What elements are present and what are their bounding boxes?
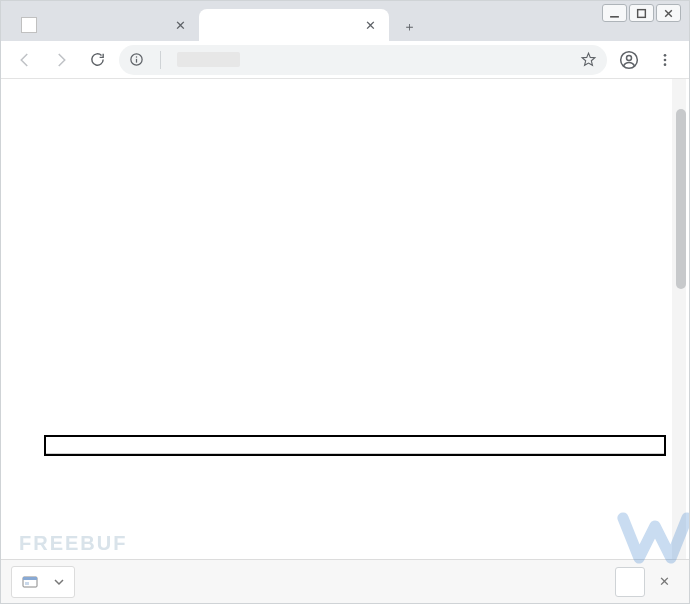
svg-point-6 xyxy=(664,54,667,57)
tab-close-button[interactable]: ✕ xyxy=(363,18,377,32)
svg-rect-10 xyxy=(23,577,37,580)
page-viewport xyxy=(2,79,688,559)
favicon-blank-icon xyxy=(21,17,37,33)
info-icon xyxy=(129,52,144,67)
scrollbar-thumb[interactable] xyxy=(676,109,686,289)
profile-button[interactable] xyxy=(615,46,643,74)
freebuf-watermark: FREEBUF xyxy=(19,532,127,555)
download-item[interactable] xyxy=(11,566,75,598)
separator xyxy=(160,51,161,69)
svg-point-7 xyxy=(664,58,667,61)
address-bar[interactable]: x xyxy=(119,45,607,75)
svg-rect-0 xyxy=(638,9,646,17)
malwarebytes-logo-icon xyxy=(615,494,690,577)
menu-button[interactable] xyxy=(651,46,679,74)
url-host-masked: x xyxy=(177,52,240,67)
exe-file-icon xyxy=(22,574,38,590)
svg-point-8 xyxy=(664,63,667,66)
tab-close-button[interactable]: ✕ xyxy=(173,18,187,32)
tab-error[interactable]: ✕ xyxy=(9,9,199,41)
svg-rect-11 xyxy=(25,582,29,585)
svg-point-2 xyxy=(136,56,138,58)
close-window-button[interactable] xyxy=(656,4,681,22)
chevron-down-icon xyxy=(54,577,64,587)
star-icon[interactable] xyxy=(580,51,597,68)
new-tab-button[interactable]: ＋ xyxy=(395,13,423,41)
minimize-button[interactable] xyxy=(602,4,627,22)
network-table xyxy=(44,435,666,456)
svg-point-5 xyxy=(627,55,632,60)
tab-strip: ✕ ✕ ＋ xyxy=(1,1,689,41)
toolbar: x xyxy=(1,41,689,79)
svg-rect-3 xyxy=(136,59,137,63)
back-button[interactable] xyxy=(11,46,39,74)
reload-button[interactable] xyxy=(83,46,111,74)
forward-button[interactable] xyxy=(47,46,75,74)
source-code xyxy=(2,79,688,87)
downloads-bar: ✕ xyxy=(1,559,689,603)
table-header-row xyxy=(46,437,664,454)
maximize-button[interactable] xyxy=(629,4,654,22)
tab-view-source[interactable]: ✕ xyxy=(199,9,389,41)
window-controls xyxy=(602,4,681,22)
